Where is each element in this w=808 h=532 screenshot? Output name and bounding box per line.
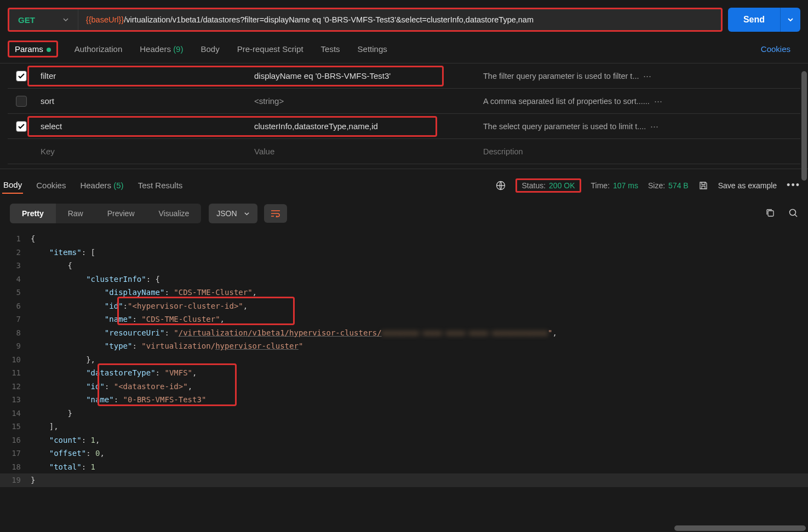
response-body-code[interactable]: 1{ 2 "items": [ 3 { 4 "clusterInfo": { 5… — [0, 229, 808, 487]
tab-authorization[interactable]: Authorization — [73, 42, 124, 56]
scrollbar-horizontal[interactable] — [674, 525, 806, 531]
response-time: Time: 107 ms — [591, 181, 638, 190]
tab-settings[interactable]: Settings — [357, 42, 388, 56]
view-tab-raw[interactable]: Raw — [56, 204, 95, 223]
response-tab-body[interactable]: Body — [2, 177, 23, 194]
search-icon[interactable] — [788, 208, 798, 219]
cookies-link[interactable]: Cookies — [761, 44, 800, 54]
globe-icon[interactable] — [496, 181, 506, 190]
param-key[interactable]: select — [35, 122, 254, 131]
table-row: filter displayName eq '0-BRS-VMFS-Test3'… — [8, 63, 800, 89]
request-bar: GET {{baseUrl}}/virtualization/v1beta1/d… — [0, 0, 808, 37]
format-dropdown[interactable]: JSON — [209, 204, 257, 223]
method-url-container: GET {{baseUrl}}/virtualization/v1beta1/d… — [8, 8, 723, 32]
param-value[interactable]: <string> — [254, 96, 473, 106]
url-variable: {{baseUrl}} — [86, 15, 124, 24]
send-button[interactable]: Send — [728, 8, 780, 32]
param-value[interactable]: clusterInfo,datastoreType,name,id — [254, 122, 473, 131]
request-tabs: Params Authorization Headers (9) Body Pr… — [0, 37, 808, 63]
param-value-placeholder[interactable]: Value — [254, 147, 473, 156]
chevron-down-icon — [62, 16, 69, 23]
save-icon[interactable] — [698, 181, 708, 190]
response-tab-headers[interactable]: Headers (5) — [79, 177, 124, 193]
tab-tests[interactable]: Tests — [320, 42, 341, 56]
table-row: sort <string> A comma separated list of … — [8, 89, 800, 114]
param-checkbox[interactable] — [16, 71, 27, 82]
param-checkbox[interactable] — [16, 96, 27, 107]
copy-icon[interactable] — [765, 208, 775, 219]
param-description[interactable]: The select query parameter is used to li… — [473, 122, 800, 131]
tab-params[interactable]: Params — [8, 41, 58, 57]
param-description[interactable]: The filter query parameter is used to fi… — [473, 72, 800, 80]
scrollbar-vertical[interactable] — [801, 71, 807, 181]
body-view-controls: Pretty Raw Preview Visualize JSON — [0, 198, 808, 229]
send-button-group: Send — [728, 8, 800, 32]
response-tab-test-results[interactable]: Test Results — [137, 177, 184, 193]
params-table: filter displayName eq '0-BRS-VMFS-Test3'… — [0, 63, 808, 164]
tab-prerequest[interactable]: Pre-request Script — [236, 42, 305, 56]
response-tab-cookies[interactable]: Cookies — [35, 177, 67, 193]
view-tab-pretty[interactable]: Pretty — [10, 204, 56, 223]
param-description[interactable]: A comma separated list of properties to … — [473, 97, 800, 106]
param-key[interactable]: sort — [35, 96, 254, 106]
params-active-dot — [47, 48, 51, 52]
response-size: Size: 574 B — [648, 181, 689, 190]
svg-rect-1 — [768, 211, 773, 216]
param-checkbox[interactable] — [16, 121, 27, 132]
http-method-select[interactable]: GET — [9, 9, 78, 30]
param-key[interactable]: filter — [35, 71, 254, 80]
more-options-icon[interactable]: ••• — [787, 180, 800, 191]
table-row-new: Key Value Description — [8, 139, 800, 164]
view-tab-preview[interactable]: Preview — [95, 204, 147, 223]
param-value[interactable]: displayName eq '0-BRS-VMFS-Test3' — [254, 71, 473, 80]
tab-headers[interactable]: Headers (9) — [139, 42, 184, 56]
view-mode-tabs: Pretty Raw Preview Visualize — [10, 204, 201, 223]
url-input[interactable]: {{baseUrl}}/virtualization/v1beta1/datas… — [78, 15, 721, 24]
param-key-placeholder[interactable]: Key — [35, 147, 254, 156]
svg-point-2 — [790, 209, 796, 215]
save-as-example[interactable]: Save as example — [718, 181, 777, 190]
param-desc-placeholder[interactable]: Description — [473, 147, 800, 156]
response-header: Body Cookies Headers (5) Test Results St… — [0, 169, 808, 198]
send-dropdown-button[interactable] — [780, 8, 800, 32]
view-tab-visualize[interactable]: Visualize — [147, 204, 202, 223]
url-path: /virtualization/v1beta1/datastores?filte… — [124, 15, 534, 24]
table-row: select clusterInfo,datastoreType,name,id… — [8, 114, 800, 139]
response-status: Status: 200 OK — [515, 178, 581, 193]
tab-body[interactable]: Body — [199, 42, 220, 56]
wrap-lines-icon[interactable] — [264, 204, 287, 223]
http-method-label: GET — [18, 15, 35, 25]
